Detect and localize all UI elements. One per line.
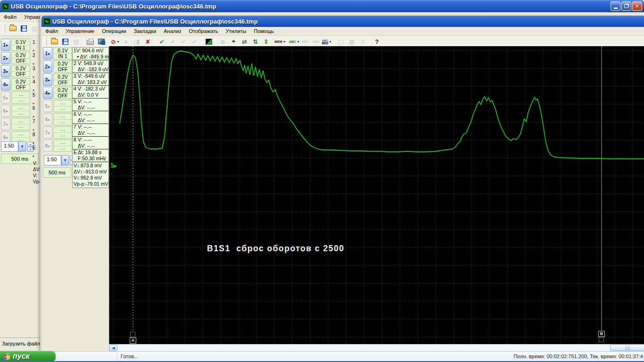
inner-channel-row-7: 7▶------	[43, 126, 72, 139]
inner-window-title: USB Осциллограф - C:\Program Files\USB О…	[52, 18, 258, 25]
menu-item-файл[interactable]: Файл	[0, 13, 20, 21]
menu-item-операции[interactable]: Операции	[98, 27, 130, 35]
channel1-marker[interactable]: 1▶	[110, 162, 117, 169]
inner-channel-7-button[interactable]: 7▶	[43, 126, 52, 139]
outer-window-title: USB Осциллограф - C:\Program Files\USB О…	[11, 3, 216, 10]
open-file-icon[interactable]	[49, 36, 60, 47]
strip-row-2: 2▼	[31, 53, 40, 66]
scroll-left-icon[interactable]: ◀	[109, 345, 117, 351]
display-mode-icon[interactable]	[203, 36, 214, 47]
outer-channel-5-button[interactable]: 5▶	[1, 91, 10, 104]
measurement-row-1: 1V: 904.6 mV▼ΔV: -845.9 mV	[73, 48, 108, 60]
tools-icon[interactable]: ✘	[142, 36, 153, 47]
strip-label: Vp-	[32, 179, 40, 185]
strip-row-1: 1▼	[31, 40, 40, 53]
stop-icon[interactable]: ⊘▼	[110, 36, 121, 47]
horizontal-scrollbar[interactable]: ◀	[109, 344, 644, 352]
restore-button[interactable]	[621, 1, 631, 11]
outer-probe-ratio-combo[interactable]: 1:50	[1, 141, 18, 152]
menu-item-утилиты[interactable]: Утилиты	[222, 27, 250, 35]
status-bar: Готов... Полн. время: 00:02:02:751.200, …	[0, 351, 644, 361]
inner-channel-8-button[interactable]: 8▶	[43, 140, 52, 152]
inner-titlebar[interactable]: ∿ USB Осциллограф - C:\Program Files\USB…	[41, 16, 644, 27]
inner-channel-row-4: 4▶0.2VOFF	[43, 87, 72, 99]
close-button[interactable]: ✕	[632, 1, 642, 11]
inner-channel-row-1: 1▶0.1VIN 1	[43, 47, 72, 59]
export-image-icon[interactable]	[96, 36, 107, 47]
minimize-button[interactable]	[611, 1, 620, 11]
menu-item-файл[interactable]: Файл	[41, 27, 62, 35]
outer-channel-3-settings: 0.2VOFF	[11, 65, 30, 77]
inner-probe-ratio-combo[interactable]: 1:50	[44, 155, 61, 165]
inner-channel-5-button[interactable]: 5▶	[43, 100, 52, 112]
scrollbar-thumb[interactable]	[610, 345, 644, 351]
outer-channel-2-button[interactable]: 2▶	[1, 52, 10, 64]
strip-row-E: E▼	[31, 145, 40, 158]
save-icon[interactable]	[60, 36, 71, 47]
inner-menubar: ФайлУправлениеОперацииЗакладкиАнализОтоб…	[41, 27, 644, 36]
outer-channel-row-7: 7▶------	[1, 118, 30, 130]
inner-channel-1-button[interactable]: 1▶	[43, 47, 52, 59]
outer-channel-6-button[interactable]: 6▶	[1, 105, 10, 117]
check-prev-icon: ✔	[167, 36, 178, 47]
measurement-row-5: 5V: --.--ΔV: --.--	[73, 99, 108, 111]
outer-titlebar[interactable]: ∿ USB Осциллограф - C:\Program Files\USB…	[0, 0, 644, 12]
menu-item-управление[interactable]: Управление	[62, 27, 98, 35]
measurement-row-8: 8V: --.--ΔV: --.--	[73, 137, 108, 149]
outer-channel-row-4: 4▶0.2VOFF	[1, 78, 30, 90]
start-button-label: пуск	[13, 352, 30, 361]
toolbar-separator	[287, 37, 288, 46]
outer-channel-1-button[interactable]: 1▶	[1, 39, 10, 51]
outer-channel-3-button[interactable]: 3▶	[1, 65, 10, 77]
menu-item-анализ[interactable]: Анализ	[160, 27, 185, 35]
print-icon[interactable]	[85, 36, 96, 47]
outer-channel-4-button[interactable]: 4▶	[1, 78, 10, 90]
cursor-a-handle[interactable]	[130, 332, 135, 337]
close-window-icon: ✕	[357, 36, 368, 47]
record-icon: ●	[121, 36, 132, 47]
label-edit-icon[interactable]: ABC▼	[289, 36, 300, 47]
grid-window-icon: ▦	[347, 36, 357, 47]
menu-item-помощь[interactable]: Помощь	[250, 27, 278, 35]
fit-vertical-icon[interactable]: ⇅	[250, 36, 261, 47]
label-style-icon[interactable]: ABC▼	[322, 36, 332, 47]
inner-channel-row-2: 2▶0.2VOFF	[43, 60, 72, 73]
strip-label: V:	[32, 173, 40, 179]
save-icon[interactable]	[18, 24, 29, 34]
measurement-row-2: 2V: 548.9 uVΔV: -182.9 uV	[73, 60, 108, 73]
outer-combo-dropdown-icon[interactable]: ▼	[18, 141, 26, 152]
inner-channel-2-button[interactable]: 2▶	[43, 60, 52, 73]
outer-channel-1-settings: 0.1VIN 1	[11, 39, 30, 51]
outer-channel-7-button[interactable]: 7▶	[1, 118, 10, 130]
inner-timebase-cell[interactable]: 500 ms	[43, 167, 71, 178]
fit-horizontal-icon[interactable]: ⇄	[239, 36, 250, 47]
outer-channel-row-6: 6▶------	[1, 105, 30, 117]
inner-channel-4-button[interactable]: 4▶	[43, 87, 52, 99]
cursor-measurements-block: V↕:873.8 mVΔV↕:-913.0 mVV↕:952.9 mVVp-p:…	[73, 162, 108, 188]
measurement-row-number: E	[73, 149, 78, 162]
inner-combo-dropdown-icon[interactable]: ▼	[61, 155, 69, 165]
open-file-icon[interactable]	[8, 24, 18, 34]
measurement-row-number: 3	[73, 73, 78, 85]
search-icon[interactable]: ⌖	[228, 36, 239, 47]
scope-display[interactable]: 1▶ B1S1 сброс оборотов с 2500 A B	[109, 46, 644, 344]
inner-channel-3-button[interactable]: 3▶	[43, 74, 52, 86]
menu-item-отображать[interactable]: Отображать	[185, 27, 222, 35]
menu-item-закладки[interactable]: Закладки	[130, 27, 160, 35]
memory-icon[interactable]: МЕМ▼	[275, 36, 286, 47]
web-icon: ⊕	[217, 36, 228, 47]
app-icon: ∿	[43, 18, 50, 25]
help-icon[interactable]: ?	[372, 36, 382, 47]
acquire-icon: ▥	[29, 24, 40, 34]
apply-check-icon[interactable]: ✔	[157, 36, 167, 47]
strip-row-4: 4▼	[31, 79, 40, 92]
scope-grid-and-trace	[109, 46, 644, 344]
inner-channel-6-button[interactable]: 6▶	[43, 113, 52, 125]
scope-annotation-text: B1S1 сброс оборотов с 2500	[207, 244, 344, 254]
cursor-b-label[interactable]: B	[598, 331, 605, 337]
cursor-a-label[interactable]: A	[130, 337, 136, 344]
cursor-b-handle[interactable]	[599, 337, 604, 342]
fit-auto-icon[interactable]: ⇕	[261, 36, 272, 47]
strip-label: ΔV:	[32, 166, 40, 173]
start-button[interactable]: пуск	[0, 351, 56, 362]
